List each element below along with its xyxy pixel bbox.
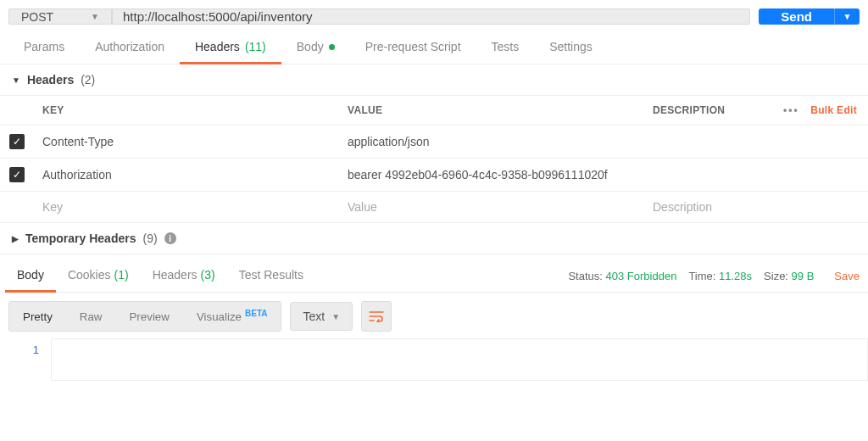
info-icon[interactable]: i xyxy=(164,232,176,244)
view-pretty[interactable]: Pretty xyxy=(9,302,66,330)
tab-count: (3) xyxy=(201,268,215,282)
col-value: VALUE xyxy=(339,96,644,126)
tab-prerequest[interactable]: Pre-request Script xyxy=(350,31,476,64)
request-url-input[interactable] xyxy=(112,8,750,25)
col-desc: DESCRIPTION xyxy=(644,96,775,126)
visualize-label: Visualize xyxy=(197,311,242,324)
section-title: Headers xyxy=(27,73,74,87)
col-key: KEY xyxy=(34,96,339,126)
tab-headers[interactable]: Headers (11) xyxy=(180,31,281,64)
temp-headers-toggle[interactable]: ▶ Temporary Headers (9) i xyxy=(0,223,868,254)
header-row[interactable]: ✓ Content-Type application/json xyxy=(0,126,868,159)
header-desc[interactable] xyxy=(644,159,775,192)
time-label: Time: xyxy=(688,270,715,282)
section-count: (2) xyxy=(81,73,95,87)
tab-label: Test Results xyxy=(239,268,303,282)
view-preview[interactable]: Preview xyxy=(115,302,182,330)
tab-label: Authorization xyxy=(95,40,164,53)
tab-label: Headers xyxy=(195,40,240,53)
tab-authorization[interactable]: Authorization xyxy=(80,31,180,64)
line-number: 1 xyxy=(0,338,51,381)
header-key[interactable]: Content-Type xyxy=(34,126,339,159)
dot-indicator-icon xyxy=(329,44,335,50)
header-desc-placeholder[interactable]: Description xyxy=(644,192,775,223)
header-row[interactable]: ✓ Authorization bearer 4992eb04-6960-4c4… xyxy=(0,159,868,192)
tab-count: (1) xyxy=(114,268,129,282)
tab-body[interactable]: Body xyxy=(281,31,350,64)
tab-label: Tests xyxy=(492,40,520,53)
resp-tab-headers[interactable]: Headers (3) xyxy=(141,260,227,292)
headers-section-toggle[interactable]: ▼ Headers (2) xyxy=(0,64,868,96)
bulk-edit-link[interactable]: Bulk Edit xyxy=(810,104,857,116)
resp-tab-body[interactable]: Body xyxy=(5,260,56,292)
section-count: (9) xyxy=(142,232,157,245)
tab-label: Body xyxy=(17,268,44,282)
size-value: 99 B xyxy=(792,270,815,282)
resp-tab-cookies[interactable]: Cookies (1) xyxy=(56,260,141,292)
chevron-down-icon: ▼ xyxy=(91,12,99,21)
chevron-down-icon: ▼ xyxy=(331,312,340,321)
header-key[interactable]: Authorization xyxy=(34,159,339,192)
header-row-new[interactable]: Key Value Description xyxy=(0,192,868,223)
status-label: Status: xyxy=(568,270,602,282)
checkbox[interactable]: ✓ xyxy=(9,134,25,149)
tab-count: (11) xyxy=(245,40,266,53)
tab-label: Headers xyxy=(153,268,198,282)
format-value: Text xyxy=(303,310,325,323)
time-value: 11.28s xyxy=(719,270,752,282)
tab-tests[interactable]: Tests xyxy=(476,31,535,64)
response-body[interactable] xyxy=(51,338,868,381)
checkbox[interactable]: ✓ xyxy=(9,167,25,182)
resp-tab-tests[interactable]: Test Results xyxy=(227,260,315,292)
header-value[interactable]: bearer 4992eb04-6960-4c4c-9358-b09961110… xyxy=(339,159,644,192)
tab-params[interactable]: Params xyxy=(8,31,80,64)
view-raw[interactable]: Raw xyxy=(66,302,116,330)
save-response-link[interactable]: Save xyxy=(834,270,860,282)
header-value-placeholder[interactable]: Value xyxy=(339,192,644,223)
send-button[interactable]: Send xyxy=(759,8,834,25)
tab-label: Pre-request Script xyxy=(365,40,461,53)
size-label: Size: xyxy=(764,270,788,282)
tab-label: Settings xyxy=(549,40,593,53)
response-format-select[interactable]: Text ▼ xyxy=(290,302,353,331)
send-dropdown-button[interactable]: ▼ xyxy=(834,8,860,25)
chevron-down-icon: ▼ xyxy=(12,75,20,85)
view-mode-segment: Pretty Raw Preview VisualizeBETA xyxy=(8,301,281,331)
more-options-icon[interactable]: ••• xyxy=(783,104,808,116)
header-value[interactable]: application/json xyxy=(339,126,644,159)
view-visualize[interactable]: VisualizeBETA xyxy=(183,302,281,330)
header-key-placeholder[interactable]: Key xyxy=(34,192,339,223)
http-method-select[interactable]: POST ▼ xyxy=(8,8,112,25)
http-method-value: POST xyxy=(21,10,53,24)
tab-settings[interactable]: Settings xyxy=(534,31,608,64)
beta-badge: BETA xyxy=(245,309,267,318)
tab-label: Params xyxy=(24,40,64,53)
tab-label: Body xyxy=(297,40,324,53)
tab-label: Cookies xyxy=(68,268,111,282)
section-title: Temporary Headers xyxy=(25,232,136,245)
chevron-right-icon: ▶ xyxy=(12,234,19,243)
status-value: 403 Forbidden xyxy=(606,270,677,282)
wrap-icon xyxy=(369,310,384,322)
header-desc[interactable] xyxy=(644,126,775,159)
wrap-lines-button[interactable] xyxy=(361,301,392,332)
